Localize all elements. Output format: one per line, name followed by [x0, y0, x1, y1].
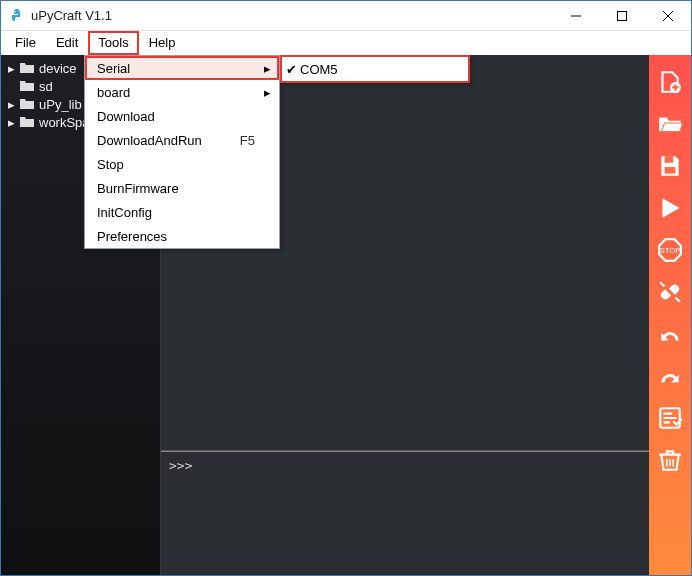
connect-icon[interactable] — [655, 277, 685, 307]
svg-text:STOP: STOP — [660, 246, 681, 255]
folder-icon — [19, 115, 35, 129]
minimize-button[interactable] — [553, 1, 599, 31]
redo-icon[interactable] — [655, 361, 685, 391]
clear-icon[interactable] — [655, 445, 685, 475]
tree-label: uPy_lib — [39, 97, 82, 112]
tree-label: device — [39, 61, 77, 76]
menu-tools[interactable]: Tools — [88, 31, 138, 55]
folder-icon — [19, 97, 35, 111]
app-icon — [9, 8, 25, 24]
menu-preferences[interactable]: Preferences — [85, 224, 279, 248]
chevron-right-icon: ▸ — [5, 97, 17, 112]
run-icon[interactable] — [655, 193, 685, 223]
menu-label: DownloadAndRun — [97, 133, 202, 148]
window: uPyCraft V1.1 File Edit Tools Help ▸ dev… — [0, 0, 692, 576]
menu-board[interactable]: board ▸ — [85, 80, 279, 104]
menu-file[interactable]: File — [5, 31, 46, 55]
serial-option-com5[interactable]: ✔ COM5 — [282, 57, 468, 81]
chevron-right-icon: ▸ — [264, 61, 271, 76]
right-toolbar: STOP — [649, 55, 691, 575]
menu-edit[interactable]: Edit — [46, 31, 88, 55]
menubar: File Edit Tools Help — [1, 31, 691, 55]
menu-download[interactable]: Download — [85, 104, 279, 128]
menu-burn-firmware[interactable]: BurnFirmware — [85, 176, 279, 200]
maximize-button[interactable] — [599, 1, 645, 31]
serial-submenu: ✔ COM5 — [280, 55, 470, 83]
tree-label: sd — [39, 79, 53, 94]
close-button[interactable] — [645, 1, 691, 31]
syntax-check-icon[interactable] — [655, 403, 685, 433]
folder-icon — [19, 79, 35, 93]
check-icon: ✔ — [286, 62, 297, 77]
open-file-icon[interactable] — [655, 109, 685, 139]
svg-rect-3 — [665, 167, 676, 174]
console-prompt: >>> — [169, 458, 192, 473]
menu-download-and-run[interactable]: DownloadAndRun F5 — [85, 128, 279, 152]
menu-help[interactable]: Help — [139, 31, 186, 55]
menu-label: Preferences — [97, 229, 167, 244]
menu-stop[interactable]: Stop — [85, 152, 279, 176]
stop-icon[interactable]: STOP — [655, 235, 685, 265]
menu-label: COM5 — [300, 62, 338, 77]
chevron-right-icon: ▸ — [264, 85, 271, 100]
menu-init-config[interactable]: InitConfig — [85, 200, 279, 224]
undo-icon[interactable] — [655, 319, 685, 349]
new-file-icon[interactable] — [655, 67, 685, 97]
console[interactable]: >>> — [161, 451, 649, 575]
chevron-right-icon: ▸ — [5, 61, 17, 76]
save-icon[interactable] — [655, 151, 685, 181]
menu-label: InitConfig — [97, 205, 152, 220]
svg-rect-0 — [618, 11, 627, 20]
svg-rect-2 — [665, 156, 674, 163]
tools-dropdown: Serial ▸ board ▸ Download DownloadAndRun… — [84, 55, 280, 249]
menu-label: board — [97, 85, 130, 100]
window-title: uPyCraft V1.1 — [31, 8, 112, 23]
shortcut-label: F5 — [240, 133, 255, 148]
menu-label: BurnFirmware — [97, 181, 179, 196]
menu-label: Stop — [97, 157, 124, 172]
menu-label: Serial — [97, 61, 130, 76]
folder-icon — [19, 61, 35, 75]
menu-label: Download — [97, 109, 155, 124]
titlebar: uPyCraft V1.1 — [1, 1, 691, 31]
menu-serial[interactable]: Serial ▸ — [85, 56, 279, 80]
chevron-right-icon: ▸ — [5, 115, 17, 130]
